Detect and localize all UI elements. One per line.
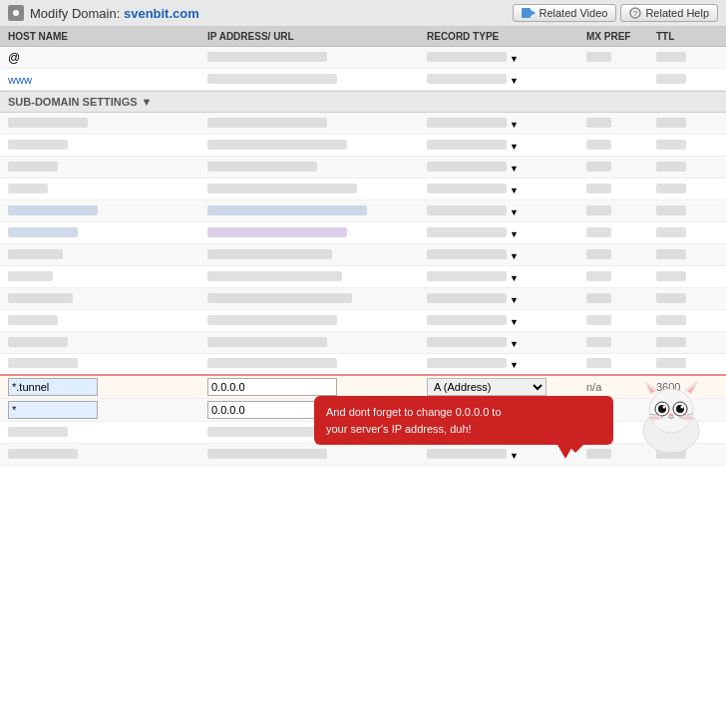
page-title: Modify Domain: svenbit.com bbox=[30, 6, 199, 21]
related-help-button[interactable]: ? Related Help bbox=[620, 4, 718, 22]
svg-rect-2 bbox=[522, 8, 531, 18]
tooltip-ip-change: And dont forget to change 0.0.0.0 to you… bbox=[314, 396, 613, 445]
col-ip-label: IP ADDRESS/ URL bbox=[207, 31, 427, 42]
chevron-down-icon: ▼ bbox=[142, 96, 153, 108]
svg-point-1 bbox=[13, 10, 19, 16]
tunnel-ip-input[interactable] bbox=[207, 378, 337, 396]
table-row: ▼ bbox=[0, 113, 726, 135]
table-row: ▼ bbox=[0, 179, 726, 200]
col-record-label: RECORD TYPE bbox=[427, 31, 586, 42]
svg-point-18 bbox=[669, 414, 673, 417]
svg-point-17 bbox=[681, 406, 684, 409]
table-row: ▼ bbox=[0, 135, 726, 157]
table-row: @ ▼ bbox=[0, 47, 726, 69]
table-row: ▼ bbox=[0, 444, 726, 466]
table-row: ▼ bbox=[0, 288, 726, 310]
table-row: ▼ bbox=[0, 200, 726, 222]
svg-text:?: ? bbox=[633, 9, 638, 18]
video-icon bbox=[522, 8, 536, 18]
table-row: ▼ bbox=[0, 157, 726, 179]
table-row: ▼ bbox=[0, 266, 726, 288]
title-bar: Modify Domain: svenbit.com Related Video… bbox=[0, 0, 726, 27]
gear-icon bbox=[8, 5, 24, 21]
svg-point-24 bbox=[682, 415, 692, 421]
wildcard-host-input[interactable] bbox=[8, 401, 98, 419]
svg-marker-3 bbox=[531, 10, 536, 16]
col-host-label: HOST NAME bbox=[8, 31, 207, 42]
table-row: ▼ bbox=[0, 222, 726, 244]
related-video-button[interactable]: Related Video bbox=[513, 4, 617, 22]
table-row: ▼ bbox=[0, 354, 726, 376]
sub-domain-section-header[interactable]: SUB-DOMAIN SETTINGS ▼ bbox=[0, 91, 726, 113]
svg-point-16 bbox=[663, 406, 666, 409]
table-row: ▼ bbox=[0, 310, 726, 332]
table-row: www ▼ bbox=[0, 69, 726, 91]
help-icon: ? bbox=[629, 7, 641, 19]
col-ttl-label: TTL bbox=[656, 31, 726, 42]
column-headers: HOST NAME IP ADDRESS/ URL RECORD TYPE MX… bbox=[0, 27, 726, 47]
col-mx-label: MX PREF bbox=[586, 31, 656, 42]
sub-domain-label: SUB-DOMAIN SETTINGS bbox=[8, 96, 138, 108]
svg-point-23 bbox=[650, 415, 660, 421]
table-row: ▼ bbox=[0, 244, 726, 266]
tunnel-record-select[interactable]: A (Address) CNAME MX bbox=[427, 378, 546, 396]
table-row: ▼ bbox=[0, 332, 726, 354]
cat-mascot bbox=[631, 376, 711, 456]
tunnel-host-input[interactable] bbox=[8, 378, 98, 396]
